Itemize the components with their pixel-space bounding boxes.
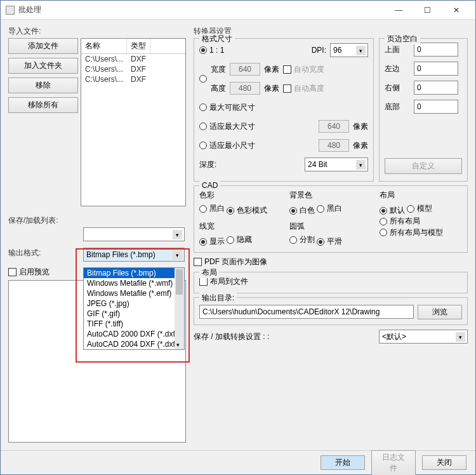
bg-white-radio[interactable]: 白色 <box>289 205 315 216</box>
file-list[interactable]: 名称 类型 C:\Users\...DXF C:\Users\...DXF C:… <box>81 38 186 206</box>
app-icon <box>6 6 15 15</box>
outdir-label: 输出目录: <box>199 293 237 304</box>
minimize-button[interactable]: — <box>385 1 413 19</box>
col-name: 名称 <box>81 39 127 53</box>
output-format-dropdown[interactable]: Bitmap Files (*.bmp) Windows Metafile (*… <box>83 267 185 350</box>
arc-smooth-radio[interactable]: 平滑 <box>317 236 342 247</box>
lw-show-radio[interactable]: 显示 <box>199 236 225 247</box>
dropdown-item[interactable]: TIFF (*.tiff) <box>84 319 184 329</box>
margin-bottom-input[interactable]: 0 <box>414 100 458 114</box>
fit-min-radio[interactable]: 适应最小尺寸 <box>199 140 255 151</box>
window-title: 批处理 <box>18 4 385 15</box>
checkbox-icon <box>8 268 17 276</box>
margin-top-input[interactable]: 0 <box>414 43 458 57</box>
format-size-title: 格式尺寸 <box>199 34 235 44</box>
dpi-select[interactable]: 96▾ <box>330 43 368 57</box>
chevron-down-icon: ▾ <box>173 230 182 239</box>
add-file-button[interactable]: 添加文件 <box>8 38 78 54</box>
fit-max-radio[interactable]: 适应最大尺寸 <box>199 121 255 132</box>
table-row: C:\Users\...DXF <box>81 64 185 74</box>
close-button[interactable]: ✕ <box>442 1 470 19</box>
save-list-select[interactable]: ▾ <box>83 227 185 241</box>
pdf-as-image-checkbox[interactable]: PDF 页面作为图像 <box>194 257 267 267</box>
layout-all-radio[interactable]: 所有布局 <box>380 216 420 227</box>
import-files-label: 导入文件: <box>8 26 186 37</box>
lw-hide-radio[interactable]: 隐藏 <box>227 234 252 245</box>
scrollbar[interactable]: ▾ <box>175 268 184 349</box>
ratio-11-radio[interactable]: 1 : 1 <box>199 46 224 55</box>
dpi-label: DPI: <box>312 46 326 55</box>
auto-height-checkbox: 自动高度 <box>283 83 324 94</box>
arc-split-radio[interactable]: 分割 <box>289 234 315 245</box>
table-row: C:\Users\...DXF <box>81 74 185 84</box>
depth-label: 深度: <box>199 159 216 170</box>
add-folder-button[interactable]: 加入文件夹 <box>8 58 78 74</box>
output-format-label: 输出格式: <box>8 248 81 258</box>
width-input[interactable]: 640 <box>230 63 260 76</box>
margin-right-input[interactable]: 0 <box>414 81 458 95</box>
dropdown-item[interactable]: Windows Metafile (*.emf) <box>84 288 184 298</box>
size-wh-radio[interactable] <box>199 75 207 83</box>
margins-title: 页边空白 <box>385 34 420 44</box>
output-format-select[interactable]: Bitmap Files (*.bmp) ▾ <box>83 248 185 262</box>
color-mode-radio[interactable]: 色彩模式 <box>227 205 267 216</box>
dropdown-item[interactable]: Windows Metafile (*.wmf) <box>84 278 184 288</box>
cad-title: CAD <box>199 181 220 190</box>
log-button: 日志文件 <box>371 450 416 476</box>
bg-black-radio[interactable]: 黑白 <box>317 203 342 214</box>
layout-default-radio[interactable]: 默认 <box>380 205 405 216</box>
margin-left-input[interactable]: 0 <box>414 62 458 76</box>
height-input[interactable]: 480 <box>230 82 260 95</box>
titlebar: 批处理 — ☐ ✕ <box>1 1 475 20</box>
color-bw-radio[interactable]: 黑白 <box>199 203 225 214</box>
layout-model-radio[interactable]: 模型 <box>407 203 432 214</box>
custom-margins-button: 自定义 <box>385 158 462 174</box>
browse-button[interactable]: 浏览 <box>418 305 462 319</box>
auto-width-checkbox: 自动宽度 <box>283 64 324 75</box>
dropdown-item[interactable]: GIF (*.gif) <box>84 309 184 319</box>
save-list-label: 保存/加载列表: <box>8 215 186 226</box>
remove-all-button[interactable]: 移除所有 <box>8 97 78 113</box>
dropdown-item[interactable]: AutoCAD 2000 DXF (*.dxf) <box>84 329 184 339</box>
layout-all-model-radio[interactable]: 所有布局与模型 <box>380 227 443 238</box>
dropdown-item[interactable]: Bitmap Files (*.bmp) <box>84 268 184 278</box>
col-type: 类型 <box>127 39 150 53</box>
dropdown-item[interactable]: JPEG (*.jpg) <box>84 298 184 309</box>
save-conv-select[interactable]: <默认>▾ <box>379 330 468 344</box>
start-button[interactable]: 开始 <box>321 455 365 470</box>
close-dialog-button[interactable]: 关闭 <box>422 455 466 470</box>
save-conv-label: 保存 / 加载转换设置 : : <box>194 331 269 342</box>
outdir-input[interactable]: C:\Users\hudun\Documents\CADEditorX 12\D… <box>199 305 414 319</box>
max-possible-radio[interactable]: 最大可能尺寸 <box>199 102 255 113</box>
dropdown-item[interactable]: AutoCAD 2004 DXF (*.dxf) <box>84 339 184 349</box>
depth-select[interactable]: 24 Bit▾ <box>305 157 368 171</box>
chevron-down-icon: ▾ <box>173 250 182 260</box>
layout-section-title: 布局 <box>199 267 220 278</box>
remove-button[interactable]: 移除 <box>8 77 78 93</box>
maximize-button[interactable]: ☐ <box>413 1 442 19</box>
table-row: C:\Users\...DXF <box>81 54 185 64</box>
